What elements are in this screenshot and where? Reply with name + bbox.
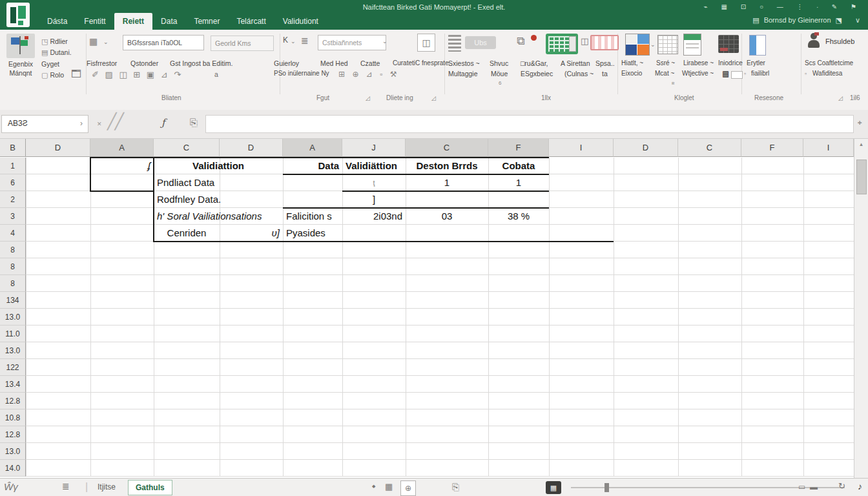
sort-button[interactable]: K [283,36,288,45]
sheet-background[interactable] [26,158,854,477]
ribbon-small-button[interactable]: ▤Dutani. [41,48,72,57]
ribbon-command[interactable]: Erytler [747,59,765,67]
cell[interactable]: Deston Brrds [406,158,488,174]
chevron-down-icon[interactable]: ⌄ [650,41,656,48]
ribbon-command[interactable]: Qstonder [130,59,158,67]
row-header[interactable]: 3 [0,208,26,225]
search-input[interactable]: BGfssrsan iTa0OL [123,35,204,50]
row-header[interactable]: 12.8 [0,426,26,443]
dialog-launcher-icon[interactable]: ◿ [366,95,370,101]
cell[interactable]: 38 % [488,208,549,225]
ribbon-command[interactable]: ta [602,70,608,78]
rows-icon[interactable] [448,35,461,52]
ribbon-tab[interactable]: Reiett [114,13,152,30]
expand-formula-icon[interactable]: ✚ [858,120,862,126]
ribbon-tab[interactable]: Dásta [39,13,76,30]
sheet-tab[interactable]: Gathuls [128,480,172,495]
normal-view-icon[interactable]: ▦ [385,482,393,491]
ribbon-tab[interactable]: Validutiont [274,13,327,30]
ribbon-tab[interactable]: Data [152,13,185,30]
note-icon[interactable]: ♪ [858,481,862,491]
row-header[interactable]: 14.0 [0,460,26,477]
vertical-scrollbar[interactable]: ▴ [854,139,868,478]
row-header[interactable]: 12.8 [0,393,26,409]
row-header[interactable]: 13.0 [0,342,26,359]
gray-pill-button[interactable]: Ubs [465,36,496,49]
person-icon[interactable] [806,32,822,50]
ribbon-command[interactable]: Med Hed [320,59,348,67]
row-header[interactable]: 122 [0,359,26,376]
row-header[interactable]: 8 [0,275,26,292]
column-header[interactable]: C [154,139,220,157]
ribbon-command[interactable]: Eixocio [621,70,642,77]
dialog-launcher-icon[interactable]: ◿ [838,95,843,101]
grid-icon[interactable]: ▦ [89,36,98,46]
ribbon-command[interactable]: Scs Coaftletcime [805,59,853,67]
ribbon-command[interactable]: Mcat ~ [655,70,674,77]
two-pane-icon[interactable]: ◫ [581,36,588,46]
chevron-down-icon[interactable]: ⌄ [291,38,296,45]
ribbon-command[interactable]: Spsa.. [595,59,615,67]
calendar-grid-icon[interactable] [657,35,678,54]
green-table-icon[interactable] [546,34,578,54]
pivot-chart-icon[interactable] [625,34,650,56]
name-box-chevron-icon[interactable]: › [80,119,83,128]
big-ribbon-button[interactable]: Egenbix Mánqnt [3,34,39,90]
chevron-down-icon[interactable]: ⌄ [382,38,388,45]
page-break-view-icon[interactable]: ⎘ [452,482,459,493]
column-header[interactable]: D [26,139,90,157]
ribbon-command[interactable]: Iniodrice [718,59,743,67]
ribbon-command[interactable]: Hiatlt, ~ [621,59,643,67]
page-layout-view-button[interactable]: ⊕ [400,480,416,496]
column-header[interactable]: J [342,139,406,157]
refresh-icon[interactable]: ↻ [838,481,845,491]
row-header[interactable]: 1 [0,158,26,174]
ribbon-collapse-chevron-icon[interactable]: ∨ [855,16,860,25]
cell[interactable]: 1 [488,174,549,191]
macro-icon[interactable]: ◆ [372,484,375,489]
cell[interactable]: Cobata [488,158,549,174]
share-icon[interactable]: ⬔ [836,16,842,24]
row-header[interactable]: 134 [0,292,26,309]
select-all-corner[interactable]: B [0,139,26,157]
data-tools-icons-strip[interactable]: ⊞ ⊕ ⊿ ▫ ⚒ [338,70,397,79]
dropdown-input[interactable]: Cstbiañnnets [318,35,386,50]
named-range-input[interactable]: Georld Kms [211,36,274,51]
ribbon-small-button[interactable]: ▢Rolo [41,71,64,79]
cell[interactable]: ţ [342,174,406,191]
ribbon-command[interactable]: Sxiestos ~ [448,59,480,67]
cell[interactable]: Pyasides [283,225,406,242]
cell[interactable]: ʋ] [220,225,283,242]
cell[interactable]: Pndliact Data [154,174,283,191]
ribbon-tab[interactable]: Fentitt [76,13,114,30]
excel-logo-icon[interactable] [6,3,30,27]
sheet-list-icon[interactable]: ≣ [62,481,70,491]
formula-input[interactable] [205,115,854,133]
format-icons-strip[interactable]: ✐ ▨ ◫ ⊞ ▣ ⊿ ↷ [92,70,181,79]
cell[interactable]: ʄ [90,158,154,174]
column-header[interactable]: C [678,139,741,157]
row-header[interactable]: 2 [0,191,26,208]
cell[interactable]: Validiattion [154,158,283,174]
row-header[interactable]: 13.4 [0,376,26,393]
enter-slash-icons[interactable]: ╱╱ [107,112,122,130]
cell[interactable]: Validiättion [342,158,406,174]
window-icon[interactable]: ▭ [798,482,805,491]
sheet-tab[interactable]: Itjitse [90,480,123,494]
column-header[interactable]: C [406,139,488,157]
row-header[interactable]: 4 [0,225,26,242]
row-header[interactable]: 13.0 [0,443,26,460]
ribbon-command[interactable]: PSo inülernaine Ny [274,70,329,77]
green-sheet-icon[interactable] [683,34,701,56]
ribbon-command[interactable]: Multaggie [448,70,478,78]
ribbon-tab[interactable]: Telárcatt [228,13,274,30]
column-header[interactable]: D [220,139,283,157]
validation-highlight-icon[interactable] [590,35,619,50]
list-icon[interactable]: ≣ [301,36,309,46]
row-header[interactable]: 11.0 [0,326,26,342]
ribbon-command[interactable]: Czatte [360,59,380,67]
row-header[interactable]: 6 [0,174,26,191]
dark-grid-icon[interactable] [718,35,739,53]
blue-doc-icon[interactable] [749,35,766,56]
active-view-button[interactable]: ▦ [546,481,561,494]
